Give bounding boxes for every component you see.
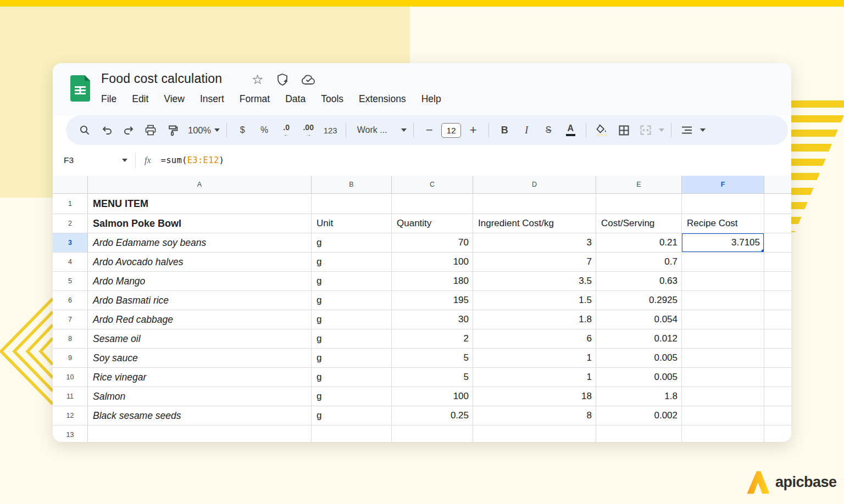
cell-C9[interactable]: 5 xyxy=(392,349,473,368)
cell-A2[interactable]: Salmon Poke Bowl xyxy=(88,214,312,233)
merge-cells-button[interactable] xyxy=(637,121,654,139)
merge-caret-icon[interactable] xyxy=(659,128,664,132)
cell-A3[interactable]: Ardo Edamame soy beans xyxy=(88,233,312,253)
cell-B1[interactable] xyxy=(312,194,392,214)
format-currency-button[interactable]: $ xyxy=(234,121,251,139)
undo-icon[interactable] xyxy=(98,121,115,139)
cell-C13[interactable] xyxy=(392,425,473,442)
cell-D8[interactable]: 6 xyxy=(473,329,596,349)
paint-format-icon[interactable] xyxy=(164,121,181,139)
cell-F3[interactable]: 3.7105 xyxy=(682,233,764,253)
cell-A1[interactable]: MENU ITEM xyxy=(88,194,312,214)
menu-view[interactable]: View xyxy=(164,93,185,105)
cell-E8[interactable]: 0.012 xyxy=(596,329,682,349)
cell-E3[interactable]: 0.21 xyxy=(596,233,682,253)
cell-F6[interactable] xyxy=(682,291,764,310)
cell-C3[interactable]: 70 xyxy=(392,233,473,253)
cell-extra-8[interactable] xyxy=(764,329,791,349)
row-header-6[interactable]: 6 xyxy=(53,291,88,310)
cell-extra-2[interactable] xyxy=(764,214,791,233)
cell-B4[interactable]: g xyxy=(312,253,392,272)
row-header-2[interactable]: 2 xyxy=(53,214,88,233)
menu-tools[interactable]: Tools xyxy=(321,93,343,105)
zoom-level[interactable]: 100% xyxy=(188,125,211,136)
cell-E5[interactable]: 0.63 xyxy=(596,272,682,291)
cell-E12[interactable]: 0.002 xyxy=(596,406,682,425)
cell-F12[interactable] xyxy=(682,406,764,425)
cell-extra-9[interactable] xyxy=(764,349,791,368)
increase-decimal-button[interactable]: .00→ xyxy=(299,121,317,139)
font-caret-icon[interactable] xyxy=(401,128,407,132)
column-header-D[interactable]: D xyxy=(473,176,596,194)
decrease-font-size-button[interactable]: − xyxy=(420,121,438,139)
document-title[interactable]: Food cost calculation xyxy=(101,71,222,86)
cell-F8[interactable] xyxy=(682,329,764,349)
cell-F5[interactable] xyxy=(682,272,764,291)
cell-F7[interactable] xyxy=(682,310,764,329)
cell-E4[interactable]: 0.7 xyxy=(596,253,682,272)
cell-E6[interactable]: 0.2925 xyxy=(596,291,682,310)
cell-B11[interactable]: g xyxy=(312,387,392,406)
increase-font-size-button[interactable]: + xyxy=(464,121,482,139)
cell-D10[interactable]: 1 xyxy=(473,368,596,387)
cell-D6[interactable]: 1.5 xyxy=(473,291,596,310)
cell-C2[interactable]: Quantity xyxy=(392,214,473,233)
menu-data[interactable]: Data xyxy=(285,93,306,105)
cell-B7[interactable]: g xyxy=(312,310,392,329)
cell-extra-12[interactable] xyxy=(764,406,791,425)
cell-C1[interactable] xyxy=(392,194,473,214)
star-icon[interactable]: ☆ xyxy=(252,73,264,86)
name-box-caret-icon[interactable] xyxy=(122,159,127,162)
row-header-3[interactable]: 3 xyxy=(53,233,88,253)
column-header-E[interactable]: E xyxy=(596,176,682,194)
cell-A10[interactable]: Rice vinegar xyxy=(88,368,312,387)
name-box[interactable]: F3 xyxy=(53,155,135,165)
cell-C8[interactable]: 2 xyxy=(392,329,473,349)
strikethrough-button[interactable]: S xyxy=(540,121,557,139)
cell-extra-7[interactable] xyxy=(764,310,791,329)
cell-B9[interactable]: g xyxy=(312,349,392,368)
cloud-saved-icon[interactable] xyxy=(301,74,316,86)
cell-B10[interactable]: g xyxy=(312,368,392,387)
cell-A4[interactable]: Ardo Avocado halves xyxy=(88,253,312,272)
zoom-caret-icon[interactable] xyxy=(214,128,220,132)
cell-D1[interactable] xyxy=(473,194,596,214)
cell-extra-4[interactable] xyxy=(764,253,791,272)
row-header-9[interactable]: 9 xyxy=(53,349,88,368)
shield-plus-icon[interactable] xyxy=(276,73,289,86)
sheets-logo-icon[interactable] xyxy=(70,75,90,102)
cell-C4[interactable]: 100 xyxy=(392,253,473,272)
column-header-F[interactable]: F xyxy=(682,176,764,194)
row-header-5[interactable]: 5 xyxy=(53,272,88,291)
bold-button[interactable]: B xyxy=(496,121,513,139)
horizontal-align-button[interactable] xyxy=(678,121,696,139)
menu-file[interactable]: File xyxy=(101,93,116,105)
cell-extra-13[interactable] xyxy=(764,425,791,442)
fill-color-button[interactable] xyxy=(593,121,610,139)
row-header-4[interactable]: 4 xyxy=(53,253,88,272)
font-name-select[interactable]: Work ... xyxy=(353,121,391,139)
row-header-8[interactable]: 8 xyxy=(53,329,88,349)
cell-A11[interactable]: Salmon xyxy=(88,387,312,406)
menu-help[interactable]: Help xyxy=(421,93,441,105)
cell-E7[interactable]: 0.054 xyxy=(596,310,682,329)
cell-C7[interactable]: 30 xyxy=(392,310,473,329)
cell-E10[interactable]: 0.005 xyxy=(596,368,682,387)
cell-F11[interactable] xyxy=(682,387,764,406)
cell-E1[interactable] xyxy=(596,194,682,214)
cell-A8[interactable]: Sesame oil xyxy=(88,329,312,349)
cell-C12[interactable]: 0.25 xyxy=(392,406,473,425)
cell-extra-1[interactable] xyxy=(764,194,791,214)
cell-F4[interactable] xyxy=(682,253,764,272)
redo-icon[interactable] xyxy=(120,121,137,139)
cell-B6[interactable]: g xyxy=(312,291,392,310)
cell-D2[interactable]: Ingredient Cost/kg xyxy=(473,214,596,233)
row-header-10[interactable]: 10 xyxy=(53,368,88,387)
print-icon[interactable] xyxy=(142,121,159,139)
cell-C5[interactable]: 180 xyxy=(392,272,473,291)
cell-F10[interactable] xyxy=(682,368,764,387)
cell-A12[interactable]: Black sesame seeds xyxy=(88,406,312,425)
cell-B5[interactable]: g xyxy=(312,272,392,291)
cell-D13[interactable] xyxy=(473,425,596,442)
row-header-13[interactable]: 13 xyxy=(53,425,88,442)
